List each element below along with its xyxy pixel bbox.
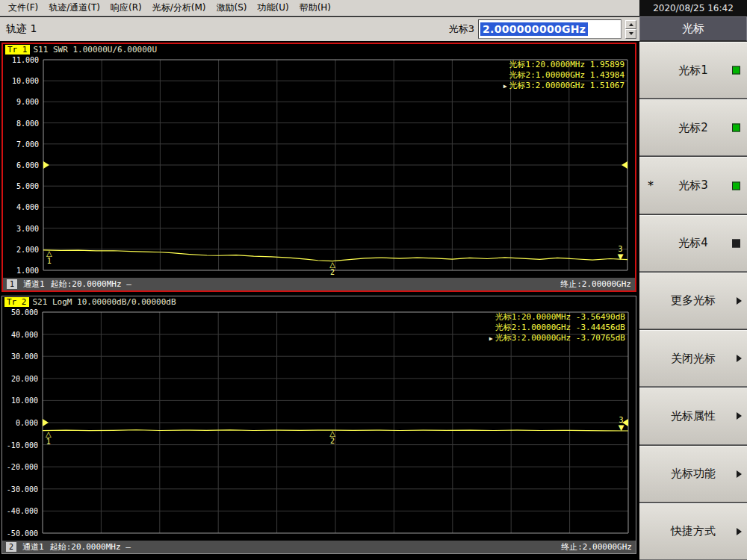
sidebar-button-marker-functions[interactable]: 光标功能 [639, 446, 747, 503]
y-axis-tick-label: 10.000 [11, 396, 38, 405]
marker-readout: 光标1:20.0000MHz 1.95899光标2:1.00000GHz 1.4… [503, 60, 624, 92]
chart-area: Tr 1 S11 SWR 1.00000U/6.00000U 11.00010.… [0, 41, 639, 560]
trace-header: Tr 1 S11 SWR 1.00000U/6.00000U [3, 44, 635, 55]
sidebar-button-label: 光标属性 [671, 409, 716, 423]
menu-item-function[interactable]: 功能(U) [252, 0, 294, 16]
marker-led-indicator [732, 181, 740, 190]
datetime-display: 2020/08/25 16:42 [639, 0, 747, 16]
trace-header: Tr 2 S21 LogM 10.00000dB/0.00000dB [2, 296, 636, 308]
chart-tr2-s21-logm: Tr 2 S21 LogM 10.00000dB/0.00000dB 50.00… [1, 296, 636, 554]
sidebar-button-more-markers[interactable]: 更多光标 [639, 273, 747, 329]
y-axis-tick-label: 0.000 [16, 419, 38, 427]
menu-item-help[interactable]: 帮助(H) [294, 0, 336, 16]
sidebar-button-label: 关闭光标 [671, 352, 716, 366]
submenu-arrow-icon [737, 470, 742, 478]
marker-triangle-up-icon: △ [46, 431, 52, 438]
sweep-start: 起始:20.0000MHz — [51, 279, 131, 290]
channel-status-bar: 1 通道1 起始:20.0000MHz — 终止:2.00000GHz [3, 278, 635, 290]
marker-triangle-up-icon: △ [46, 250, 52, 257]
marker-triangle-down-icon: ▼ [619, 424, 624, 431]
down-arrow-icon [629, 32, 633, 35]
trace-badge[interactable]: Tr 2 [4, 297, 29, 307]
plot-area[interactable]: △1△23▼ [43, 312, 628, 533]
active-marker-arrow-icon: ▶ [489, 335, 493, 342]
marker-2[interactable]: △2 [329, 261, 335, 276]
frequency-spinner [625, 20, 636, 39]
menu-item-stimulus[interactable]: 激励(S) [211, 0, 252, 16]
y-axis-tick-label: -10.000 [7, 441, 38, 449]
sidebar-buttons: 光标1光标2*光标3光标4更多光标关闭光标光标属性光标功能快捷方式 [639, 41, 747, 560]
menu-item-trace-channel[interactable]: 轨迹/通道(T) [43, 0, 105, 16]
reference-level-arrow-icon [43, 161, 49, 169]
submenu-arrow-icon [737, 412, 742, 420]
marker-3-active[interactable]: 3▼ [618, 245, 624, 260]
channel-badge: 1 [7, 279, 17, 289]
y-axis-tick-label: -40.000 [7, 507, 38, 515]
menu-item-response[interactable]: 响应(R) [105, 0, 147, 16]
y-axis-tick-label: 10.000 [12, 77, 39, 85]
sidebar-button-shortcuts[interactable]: 快捷方式 [639, 503, 747, 560]
marker-readout-line: 光标1:20.0000MHz 1.95899 [503, 60, 624, 70]
active-marker-arrow-icon: ▶ [503, 83, 507, 90]
marker-select-label[interactable]: 光标3 [449, 22, 474, 36]
menu-item-marker-analysis[interactable]: 光标/分析(M) [147, 0, 211, 16]
trace-format-title: S21 LogM 10.00000dB/0.00000dB [33, 297, 176, 307]
marker-readout-line: 光标2:1.00000GHz -3.44456dB [489, 323, 625, 333]
submenu-arrow-icon [737, 528, 742, 535]
submenu-arrow-icon [737, 355, 742, 362]
menu-item-file[interactable]: 文件(F) [3, 0, 43, 16]
y-axis-tick-label: 8.000 [16, 119, 39, 127]
marker-number: 2 [330, 268, 335, 276]
marker-frequency-value: 2.000000000GHz [480, 22, 588, 36]
reference-level-arrow-icon [622, 161, 627, 169]
marker-readout-line: 光标2:1.00000GHz 1.43984 [503, 70, 624, 81]
y-axis-tick-label: -30.000 [7, 485, 38, 493]
sidebar-button-marker1[interactable]: 光标1 [639, 42, 747, 99]
spinner-up-button[interactable] [625, 20, 636, 30]
y-axis-tick-label: 30.000 [11, 352, 38, 361]
y-axis-tick-label: 20.000 [11, 374, 38, 382]
trace-format-title: S11 SWR 1.00000U/6.00000U [34, 45, 158, 55]
marker-1[interactable]: △1 [46, 431, 52, 446]
spinner-down-button[interactable] [625, 29, 636, 39]
sidebar-button-turn-off-markers[interactable]: 关闭光标 [639, 330, 747, 387]
sweep-stop: 终止:2.00000GHz [560, 279, 631, 290]
trace-badge[interactable]: Tr 1 [5, 45, 30, 55]
marker-1[interactable]: △1 [46, 250, 52, 265]
marker-readout-line: ▶光标3:2.00000GHz -3.70765dB [489, 333, 625, 344]
y-axis-tick-label: -20.000 [7, 463, 38, 471]
sidebar-button-label: 光标功能 [671, 467, 716, 481]
sidebar-button-marker3[interactable]: *光标3 [639, 157, 747, 214]
y-axis-labels: 50.00040.00030.00020.00010.0000.000-10.0… [2, 308, 43, 541]
sidebar-button-marker2[interactable]: 光标2 [639, 99, 747, 156]
y-axis-tick-label: 9.000 [16, 98, 39, 106]
channel-label: 通道1 [23, 279, 45, 290]
y-axis-tick-label: 5.000 [16, 182, 39, 190]
y-axis-tick-label: 6.000 [16, 161, 39, 169]
marker-readout: 光标1:20.0000MHz -3.56490dB光标2:1.00000GHz … [489, 312, 625, 344]
active-trace-label: 轨迹 1 [6, 22, 37, 36]
sidebar-button-label: 更多光标 [671, 293, 716, 308]
marker-3-active[interactable]: 3▼ [619, 416, 624, 431]
marker-readout-line: ▶光标3:2.00000GHz 1.51067 [503, 81, 624, 92]
sidebar-button-label: 光标2 [678, 121, 708, 135]
y-axis-tick-label: 1.000 [16, 267, 39, 275]
marker-frequency-input[interactable]: 2.000000000GHz [478, 19, 622, 39]
marker-2[interactable]: △2 [329, 430, 335, 445]
y-axis-tick-label: 2.000 [16, 245, 39, 253]
sidebar-button-marker4[interactable]: 光标4 [639, 215, 747, 272]
marker-triangle-up-icon: △ [329, 430, 335, 437]
sidebar-button-label: 光标4 [678, 236, 708, 250]
sweep-start: 起始:20.0000MHz — [50, 541, 131, 553]
sidebar-button-marker-properties[interactable]: 光标属性 [639, 388, 747, 444]
marker-led-indicator [732, 124, 740, 132]
marker-number: 1 [46, 438, 51, 446]
y-axis-tick-label: 11.000 [12, 56, 39, 64]
channel-badge: 2 [6, 542, 16, 552]
y-axis-tick-label: 7.000 [16, 140, 39, 148]
marker-readout-line: 光标1:20.0000MHz -3.56490dB [489, 312, 625, 323]
channel-status-bar: 2 通道1 起始:20.0000MHz — 终止:2.00000GHz [2, 541, 636, 553]
channel-label: 通道1 [22, 541, 44, 553]
y-axis-tick-label: 3.000 [16, 224, 39, 232]
marker-triangle-up-icon: △ [329, 261, 335, 268]
